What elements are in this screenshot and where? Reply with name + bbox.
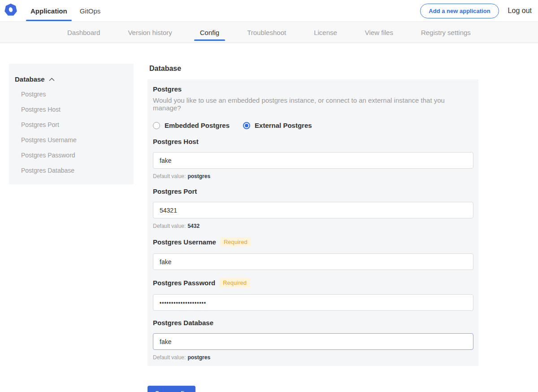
topnav-right: Add a new application Log out xyxy=(420,4,538,18)
logout-link[interactable]: Log out xyxy=(508,7,532,15)
postgres-database-input[interactable] xyxy=(153,333,473,350)
field-label-text: Postgres Password xyxy=(153,279,215,287)
app-subnav: Dashboard Version history Config Trouble… xyxy=(0,22,538,43)
default-hint-prefix: Default value: xyxy=(153,354,186,361)
radio-embedded-postgres-label: Embedded Postgres xyxy=(165,122,230,129)
sidebar-group-database[interactable]: Database xyxy=(15,75,127,83)
subnav-tab-version-history[interactable]: Version history xyxy=(128,22,172,43)
field-postgres-username: Postgres Username Required xyxy=(153,237,473,270)
sidebar-item-postgres-port[interactable]: Postgres Port xyxy=(15,117,127,132)
tab-application-label: Application xyxy=(30,7,67,15)
default-hint-prefix: Default value: xyxy=(153,223,186,229)
field-postgres-host-label: Postgres Host xyxy=(153,138,473,145)
save-config-button[interactable]: Save config xyxy=(148,386,195,392)
field-label-text: Postgres Host xyxy=(153,138,199,145)
default-hint-value: postgres xyxy=(187,354,210,361)
app-logo-icon xyxy=(4,4,17,18)
sidebar-item-postgres-database[interactable]: Postgres Database xyxy=(15,163,127,178)
field-postgres-database-label: Postgres Database xyxy=(153,319,473,327)
field-postgres-username-label: Postgres Username Required xyxy=(153,237,473,247)
postgres-database-default-hint: Default value:postgres xyxy=(153,354,473,361)
tab-application[interactable]: Application xyxy=(24,0,74,22)
config-sidebar: Database Postgres Postgres Host Postgres… xyxy=(9,64,134,184)
section-title: Database xyxy=(149,65,478,73)
sidebar-item-postgres[interactable]: Postgres xyxy=(15,87,127,102)
sidebar-item-postgres-username[interactable]: Postgres Username xyxy=(15,132,127,148)
required-badge: Required xyxy=(219,278,250,287)
radio-external-postgres-circle[interactable] xyxy=(243,122,250,129)
default-hint-value: postgres xyxy=(187,173,210,179)
radio-embedded-postgres[interactable]: Embedded Postgres xyxy=(153,122,230,129)
add-application-button[interactable]: Add a new application xyxy=(420,4,499,18)
subnav-tab-license[interactable]: License xyxy=(314,22,337,43)
sidebar-group-label: Database xyxy=(15,75,45,83)
postgres-host-default-hint: Default value:postgres xyxy=(153,173,473,179)
field-label-text: Postgres Database xyxy=(153,319,213,327)
field-label-text: Postgres Port xyxy=(153,187,197,195)
postgres-password-input[interactable] xyxy=(153,294,473,311)
group-help-text: Would you like to use an embedded postgr… xyxy=(153,96,473,112)
default-hint-prefix: Default value: xyxy=(153,173,186,179)
field-postgres-port: Postgres Port Default value:5432 xyxy=(153,187,473,229)
top-navbar: Application GitOps Add a new application… xyxy=(0,0,538,22)
subnav-tab-view-files[interactable]: View files xyxy=(365,22,393,43)
app-logo[interactable] xyxy=(0,4,17,18)
field-postgres-host: Postgres Host Default value:postgres xyxy=(153,138,473,179)
field-postgres-port-label: Postgres Port xyxy=(153,187,473,195)
tab-gitops-label: GitOps xyxy=(80,7,101,15)
subnav-tab-registry-settings[interactable]: Registry settings xyxy=(421,22,471,43)
sidebar-item-postgres-password[interactable]: Postgres Password xyxy=(15,148,127,163)
radio-embedded-postgres-circle[interactable] xyxy=(153,122,160,129)
tab-gitops[interactable]: GitOps xyxy=(74,0,107,22)
chevron-up-icon xyxy=(49,78,55,81)
field-postgres-database: Postgres Database Default value:postgres xyxy=(153,319,473,361)
postgres-type-radio-group: Embedded Postgres External Postgres xyxy=(153,122,473,129)
postgres-host-input[interactable] xyxy=(153,152,473,169)
radio-external-postgres-label: External Postgres xyxy=(255,122,312,129)
config-page: Database Postgres Postgres Host Postgres… xyxy=(0,43,538,392)
field-label-text: Postgres Username xyxy=(153,238,216,246)
postgres-port-default-hint: Default value:5432 xyxy=(153,223,473,229)
required-badge: Required xyxy=(220,237,251,247)
subnav-tab-troubleshoot[interactable]: Troubleshoot xyxy=(247,22,286,43)
field-postgres-password-label: Postgres Password Required xyxy=(153,278,473,287)
subnav-tab-dashboard[interactable]: Dashboard xyxy=(67,22,100,43)
postgres-port-input[interactable] xyxy=(153,202,473,218)
config-group-panel: Postgres Would you like to use an embedd… xyxy=(148,79,478,366)
default-hint-value: 5432 xyxy=(187,223,200,229)
sidebar-item-postgres-host[interactable]: Postgres Host xyxy=(15,102,127,117)
postgres-username-input[interactable] xyxy=(153,253,473,270)
config-main: Database Postgres Would you like to use … xyxy=(148,64,478,392)
subnav-tab-config[interactable]: Config xyxy=(200,22,219,43)
group-title: Postgres xyxy=(153,85,473,93)
radio-external-postgres[interactable]: External Postgres xyxy=(243,122,312,129)
field-postgres-password: Postgres Password Required xyxy=(153,278,473,311)
